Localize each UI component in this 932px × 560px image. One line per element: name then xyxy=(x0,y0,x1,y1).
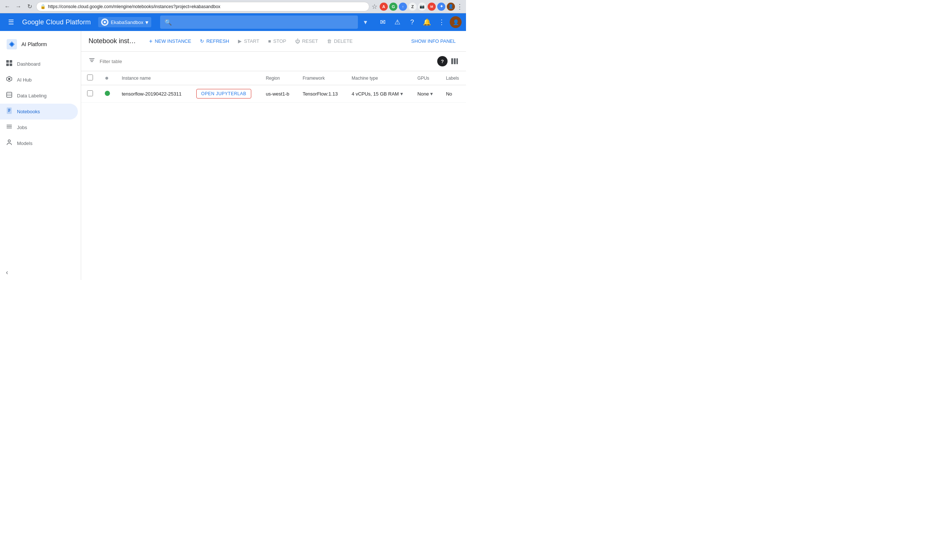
ai-platform-logo-icon xyxy=(6,38,18,50)
support-icon: ⚠ xyxy=(394,18,400,26)
sidebar-item-dashboard[interactable]: Dashboard xyxy=(0,56,78,72)
notifications-button[interactable]: ✉ xyxy=(376,15,389,29)
sidebar-item-label: Jobs xyxy=(17,125,27,130)
filter-bar: ? xyxy=(81,52,466,71)
plus-icon: + xyxy=(149,38,152,45)
select-all-checkbox[interactable] xyxy=(87,74,93,80)
sidebar-collapse-button[interactable]: ‹ xyxy=(0,265,81,280)
columns-toggle-button[interactable] xyxy=(451,57,458,65)
ext-icon-1[interactable]: A xyxy=(380,3,388,11)
sidebar-item-label: AI Hub xyxy=(17,77,32,83)
table-help-button[interactable]: ? xyxy=(437,56,448,66)
address-bar[interactable]: 🔒 https://console.cloud.google.com/mleng… xyxy=(36,2,369,11)
delete-label: DELETE xyxy=(334,38,353,44)
reload-button[interactable]: ↻ xyxy=(25,2,34,11)
sidebar-item-datalabeling[interactable]: Data Labeling xyxy=(0,88,78,104)
row-checkbox[interactable] xyxy=(87,91,93,96)
hamburger-icon: ☰ xyxy=(8,18,14,26)
instances-table: ● Instance name Region Framework Machine… xyxy=(81,71,466,103)
user-avatar[interactable]: 👤 xyxy=(450,16,461,28)
page-title: Notebook inst… xyxy=(89,37,136,45)
stop-button[interactable]: ■ STOP xyxy=(264,36,291,46)
more-button[interactable]: ⋮ xyxy=(435,15,448,29)
table-toolbar-right: ? xyxy=(437,56,458,66)
hamburger-button[interactable]: ☰ xyxy=(5,15,18,29)
svg-point-20 xyxy=(8,140,10,142)
show-info-panel-button[interactable]: SHOW INFO PANEL xyxy=(408,36,458,46)
new-instance-button[interactable]: + NEW INSTANCE xyxy=(145,36,195,47)
main-content: Notebook inst… + NEW INSTANCE ↻ REFRESH … xyxy=(81,31,466,280)
browser-extensions: A G ↑ Z 📷 M ✦ 👤 ⋮ xyxy=(380,3,463,11)
ext-icon-6[interactable]: M xyxy=(428,3,436,11)
app-title: Google Cloud Platform xyxy=(22,18,91,26)
labels-header: Labels xyxy=(440,71,466,85)
sidebar-item-label: Notebooks xyxy=(17,109,40,114)
ext-icon-2[interactable]: G xyxy=(389,3,397,11)
gpus-header: GPUs xyxy=(411,71,440,85)
user-avatar-small[interactable]: 👤 xyxy=(447,3,455,11)
svg-rect-4 xyxy=(6,60,9,63)
sidebar-item-label: Data Labeling xyxy=(17,93,46,98)
project-selector[interactable]: EkabaSandbox ▾ xyxy=(98,17,151,27)
svg-rect-6 xyxy=(6,63,9,66)
machine-type-dropdown-icon[interactable]: ▾ xyxy=(400,91,403,97)
machine-type-cell: 4 vCPUs, 15 GB RAM ▾ xyxy=(346,85,411,103)
email-icon: ✉ xyxy=(380,18,386,26)
support-button[interactable]: ⚠ xyxy=(391,15,404,29)
action-header xyxy=(191,71,260,85)
header-actions: ✉ ⚠ ? 🔔 ⋮ 👤 xyxy=(376,15,461,29)
bell-icon: 🔔 xyxy=(423,18,431,26)
collapse-icon: ‹ xyxy=(6,269,8,276)
help-icon: ? xyxy=(410,18,414,26)
sidebar-item-notebooks[interactable]: Notebooks xyxy=(0,104,78,120)
stop-icon: ■ xyxy=(268,38,271,44)
row-checkbox-cell xyxy=(81,85,99,103)
sidebar-logo-text: AI Platform xyxy=(22,41,47,47)
reset-icon: ⏻ xyxy=(295,38,300,44)
refresh-button[interactable]: ↻ REFRESH xyxy=(195,36,234,46)
project-name: EkabaSandbox xyxy=(111,20,143,25)
ext-icon-7[interactable]: ✦ xyxy=(437,3,445,11)
framework-cell: TensorFlow:1.13 xyxy=(297,85,346,103)
start-button[interactable]: ▶ START xyxy=(234,36,263,46)
ext-icon-3[interactable]: ↑ xyxy=(399,3,407,11)
sidebar-item-jobs[interactable]: Jobs xyxy=(0,120,78,135)
open-jupyterlab-button[interactable]: OPEN JUPYTERLAB xyxy=(196,89,251,98)
reset-button[interactable]: ⏻ RESET xyxy=(291,36,323,46)
delete-button[interactable]: 🗑 DELETE xyxy=(323,36,357,46)
notebooks-icon xyxy=(6,107,12,116)
gpus-dropdown-icon[interactable]: ▾ xyxy=(430,91,433,97)
aihub-icon xyxy=(6,75,12,84)
svg-rect-13 xyxy=(7,108,11,114)
bell-button[interactable]: 🔔 xyxy=(420,15,434,29)
instance-name-text: tensorflow-20190422-25311 xyxy=(122,91,181,97)
framework-header: Framework xyxy=(297,71,346,85)
browser-menu-icon[interactable]: ⋮ xyxy=(457,3,463,11)
status-indicator xyxy=(105,91,110,96)
table-area: ? ● Instance name xyxy=(81,52,466,280)
machine-type-header: Machine type xyxy=(346,71,411,85)
app-header: ☰ Google Cloud Platform EkabaSandbox ▾ 🔍… xyxy=(0,13,466,31)
bookmark-icon[interactable]: ☆ xyxy=(372,3,377,11)
search-bar[interactable]: 🔍 xyxy=(160,15,358,29)
back-button[interactable]: ← xyxy=(3,2,12,11)
filter-icon xyxy=(89,57,95,66)
svg-rect-10 xyxy=(7,92,12,97)
search-dropdown-icon[interactable]: ▾ xyxy=(362,17,369,28)
sidebar-item-aihub[interactable]: AI Hub xyxy=(0,72,78,88)
svg-rect-7 xyxy=(9,63,12,66)
sidebar-item-models[interactable]: Models xyxy=(0,135,78,151)
refresh-label: REFRESH xyxy=(206,38,229,44)
status-header: ● xyxy=(99,71,116,85)
forward-button[interactable]: → xyxy=(14,2,23,11)
stop-label: STOP xyxy=(274,38,286,44)
gpus-value: None xyxy=(417,91,429,97)
region-cell: us-west1-b xyxy=(260,85,297,103)
help-button[interactable]: ? xyxy=(406,15,419,29)
sidebar-item-label: Models xyxy=(17,140,32,146)
ext-icon-4[interactable]: Z xyxy=(408,3,417,11)
instance-name-header: Instance name xyxy=(116,71,191,85)
machine-type-value: 4 vCPUs, 15 GB RAM xyxy=(352,91,399,97)
ext-icon-5[interactable]: 📷 xyxy=(418,3,426,11)
filter-input[interactable] xyxy=(100,58,433,64)
